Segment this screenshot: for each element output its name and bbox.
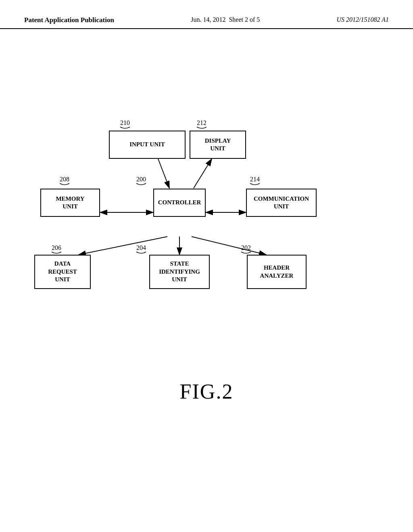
svg-text:202: 202 [241, 244, 251, 251]
diagram-area: 210 212 208 200 214 206 204 202 [0, 53, 413, 368]
box-communication-unit: COMMUNICATION UNIT [246, 189, 317, 217]
svg-line-16 [192, 237, 266, 255]
svg-text:200: 200 [136, 176, 146, 183]
svg-text:212: 212 [197, 119, 206, 126]
svg-line-10 [158, 159, 169, 188]
svg-text:210: 210 [120, 119, 130, 126]
box-state-identifying-unit: STATE IDENTIFYING UNIT [149, 255, 210, 289]
box-memory-unit: MEMORY UNIT [40, 189, 100, 217]
svg-line-11 [194, 159, 212, 188]
svg-text:206: 206 [52, 244, 61, 251]
box-header-analyzer: HEADER ANALYZER [247, 255, 307, 289]
figure-caption: FIG.2 [0, 380, 413, 403]
date-sheet-label: Jun. 14, 2012 Sheet 2 of 5 [191, 16, 260, 23]
svg-text:214: 214 [250, 176, 260, 183]
svg-text:204: 204 [136, 244, 146, 251]
box-controller: CONTROLLER [153, 189, 206, 217]
box-data-request-unit: DATA REQUEST UNIT [34, 255, 91, 289]
svg-text:208: 208 [60, 176, 69, 183]
publication-label: Patent Application Publication [24, 16, 114, 24]
page-header: Patent Application Publication Jun. 14, … [0, 0, 413, 29]
box-input-unit: INPUT UNIT [109, 131, 186, 159]
box-display-unit: DISPLAY UNIT [190, 131, 246, 159]
svg-line-14 [79, 237, 167, 255]
patent-number-label: US 2012/151082 A1 [337, 16, 389, 23]
